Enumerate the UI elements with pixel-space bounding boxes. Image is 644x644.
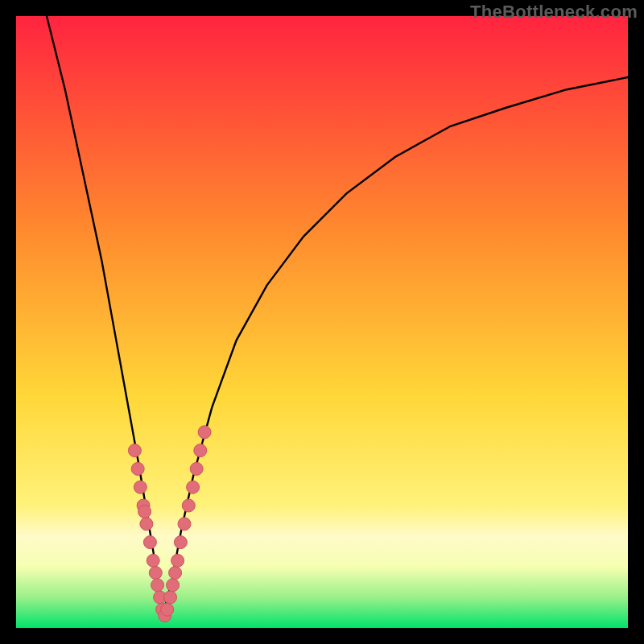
sample-dot — [194, 444, 207, 457]
sample-dot — [178, 518, 191, 530]
sample-dot — [138, 506, 151, 518]
sample-dot — [171, 554, 184, 567]
sample-dot — [131, 462, 144, 475]
chart-frame — [16, 16, 628, 628]
sample-dot — [128, 444, 141, 457]
watermark-text: TheBottleneck.com — [470, 2, 638, 23]
sample-dot — [187, 481, 200, 493]
sample-dot — [143, 536, 156, 549]
sample-dot — [174, 536, 187, 549]
sample-dot — [164, 591, 177, 604]
sample-dot — [182, 499, 195, 512]
sample-dot — [167, 579, 180, 592]
gradient-bg — [16, 16, 628, 628]
sample-dot — [190, 462, 203, 475]
sample-dot — [151, 579, 164, 592]
sample-dot — [140, 518, 153, 530]
sample-dot — [169, 567, 182, 580]
sample-dot — [198, 426, 211, 439]
sample-dot — [161, 603, 174, 616]
sample-dot — [149, 567, 162, 580]
sample-dot — [134, 481, 147, 493]
bottleneck-chart — [16, 16, 628, 628]
sample-dot — [147, 554, 159, 567]
